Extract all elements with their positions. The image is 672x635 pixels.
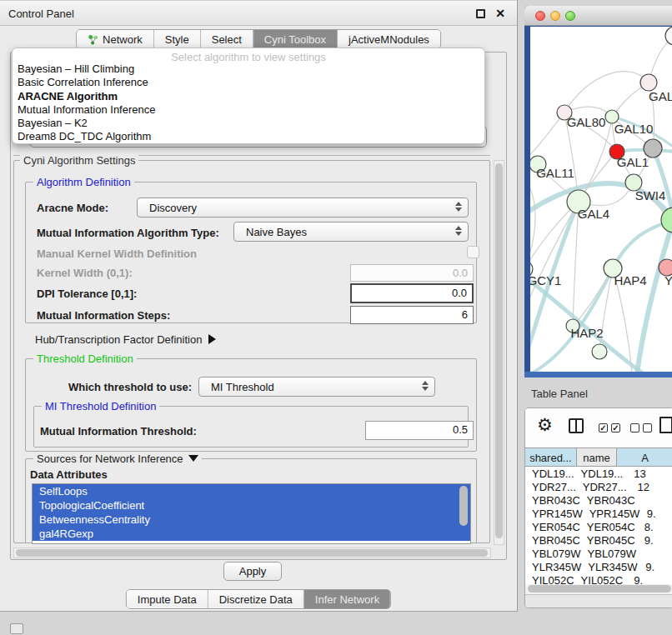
network-icon — [88, 34, 98, 45]
node-label-gcy1: GCY1 — [530, 273, 561, 288]
network-view-window: GALGAL80GAL10GAL1GAL11SWI4GAL4GCY1HAP4YH… — [524, 6, 672, 378]
network-canvas[interactable]: GALGAL80GAL10GAL1GAL11SWI4GAL4GCY1HAP4YH… — [530, 27, 672, 373]
table-cell: YDL19... — [574, 468, 624, 481]
page-icon[interactable] — [659, 417, 672, 433]
table-cell: 9. — [636, 508, 672, 521]
kernel-width-input[interactable]: 0.0 — [350, 264, 474, 282]
node-label-gal: GAL — [649, 89, 672, 103]
node-label-hap2: HAP2 — [570, 326, 603, 340]
float-icon[interactable] — [476, 9, 485, 18]
window-border — [524, 372, 672, 378]
aracne-mode-combo[interactable]: Discovery — [137, 198, 469, 218]
split-columns-icon[interactable] — [569, 418, 584, 433]
settings-vertical-scrollbar[interactable] — [494, 160, 504, 545]
table-panel-window: ⚙ ✓ ✓ shared...nameA YDL19...YDL19...13Y… — [524, 408, 672, 608]
close-icon[interactable]: ✕ — [495, 7, 505, 20]
tab-cyni-toolbox[interactable]: Cyni Toolbox — [253, 30, 338, 48]
table-window-footer — [525, 594, 672, 608]
tab-label: Style — [165, 33, 189, 46]
checked-column-icon[interactable]: ✓ — [599, 423, 608, 432]
network-node-gal-pink-top[interactable] — [640, 74, 657, 91]
node-label-swi4: SWI4 — [635, 188, 666, 202]
algorithm-option[interactable]: Bayesian – Hill Climbing — [13, 62, 484, 76]
attribute-item[interactable]: gal4RGexp — [33, 527, 470, 541]
tab-impute-data[interactable]: Impute Data — [127, 590, 208, 608]
table-row[interactable]: YPR145WYPR145W9. — [525, 508, 672, 521]
table-row[interactable]: YIL052CYIL052C9. — [525, 574, 672, 584]
table-cell: YLR345W — [581, 561, 634, 574]
algorithm-option[interactable]: Dream8 DC_TDC Algorithm — [13, 130, 484, 143]
table-row[interactable]: YDR27...YDR27...12 — [525, 481, 672, 494]
hub-definition-toggle[interactable]: Hub/Transcription Factor Definition — [35, 333, 216, 346]
attribute-item[interactable]: SelfLoops — [33, 484, 470, 498]
tab-network[interactable]: Network — [77, 30, 154, 48]
algorithm-option[interactable]: Mutual Information Inference — [13, 103, 484, 117]
mi-type-label: Mutual Information Algorithm Type: — [37, 227, 219, 239]
network-node-bottom-partial[interactable] — [592, 344, 607, 359]
tab-select[interactable]: Select — [201, 30, 253, 48]
unchecked-column-icon[interactable] — [643, 423, 652, 432]
mi-threshold-input[interactable]: 0.5 — [365, 421, 474, 440]
table-cell — [634, 494, 672, 508]
unchecked-column-icon[interactable] — [630, 423, 639, 432]
table-row[interactable]: YDL19...YDL19...13 — [525, 468, 672, 481]
tab-label: Network — [103, 33, 143, 46]
network-node-top-partial[interactable] — [665, 27, 672, 45]
zoom-traffic-icon[interactable] — [565, 11, 575, 21]
network-window-titlebar — [524, 6, 672, 26]
data-attributes-list[interactable]: SelfLoopsTopologicalCoefficientBetweenne… — [32, 483, 471, 544]
node-label-gal11: GAL11 — [536, 166, 574, 180]
table-cell: YPR145W — [583, 508, 636, 521]
tab-jactivemnodules[interactable]: jActiveMNodules — [338, 30, 440, 48]
apply-button[interactable]: Apply — [223, 562, 282, 581]
column-header-1[interactable]: shared... — [525, 448, 577, 466]
which-threshold-combo[interactable]: MI Threshold — [198, 377, 435, 397]
table-cell: YBR043C — [580, 494, 634, 508]
table-row[interactable]: YLR345WYLR345W9. — [525, 561, 672, 574]
checked-column-icon[interactable]: ✓ — [611, 423, 620, 432]
close-traffic-icon[interactable] — [535, 11, 545, 21]
dpi-tolerance-input[interactable]: 0.0 — [350, 283, 474, 303]
attribute-item[interactable]: BetweennessCentrality — [33, 512, 470, 527]
table-horizontal-scrollbar[interactable] — [525, 584, 672, 594]
minimized-panel-icon[interactable] — [10, 623, 23, 634]
network-edge — [530, 112, 564, 160]
table-row[interactable]: YBR043CYBR043C — [525, 494, 672, 508]
table-row[interactable]: YBL079WYBL079W — [525, 548, 672, 561]
list-scrollbar[interactable] — [459, 486, 468, 526]
settings-horizontal-scrollbar[interactable] — [13, 548, 491, 558]
table-cell: YIL052C — [525, 574, 574, 584]
attribute-item[interactable]: TopologicalCoefficient — [33, 498, 470, 512]
minimize-traffic-icon[interactable] — [550, 11, 560, 21]
table-cell: 9. — [634, 534, 672, 548]
mi-threshold-label: Mutual Information Threshold: — [40, 425, 197, 438]
table-cell — [634, 548, 672, 561]
manual-kernel-checkbox[interactable] — [467, 246, 479, 258]
algorithm-dropdown-popup: Select algorithm to view settings Bayesi… — [12, 48, 485, 144]
table-row[interactable]: YER054CYER054C8. — [525, 521, 672, 534]
table-header-row: shared...nameA — [525, 448, 672, 467]
column-header-2[interactable]: name — [577, 448, 617, 466]
tab-infer-network[interactable]: Infer Network — [304, 590, 390, 608]
sources-toggle[interactable]: Sources for Network Inference — [33, 452, 202, 465]
table-cell: 9. — [634, 561, 672, 574]
tab-label: jActiveMNodules — [349, 33, 429, 46]
algorithm-option[interactable]: Basic Correlation Inference — [13, 76, 484, 89]
node-label-gal1: GAL1 — [617, 155, 649, 169]
algorithm-option[interactable]: ARACNE Algorithm — [13, 90, 484, 103]
algorithm-option[interactable]: Bayesian – K2 — [13, 117, 484, 130]
mi-steps-input[interactable]: 6 — [350, 306, 474, 324]
aracne-mode-label: Aracne Mode: — [37, 202, 108, 214]
expand-down-icon — [188, 455, 198, 462]
table-row[interactable]: YBR045CYBR045C9. — [525, 534, 672, 548]
table-cell: YBR045C — [580, 534, 634, 548]
node-label-gal4: GAL4 — [578, 207, 609, 221]
cyni-settings-title: Cyni Algorithm Settings — [20, 154, 138, 167]
tab-style[interactable]: Style — [154, 30, 201, 48]
mi-type-combo[interactable]: Naive Bayes — [233, 222, 469, 242]
gear-icon[interactable]: ⚙ — [537, 415, 553, 435]
table-cell: YDR27... — [525, 481, 576, 494]
mi-steps-label: Mutual Information Steps: — [37, 309, 170, 322]
tab-discretize-data[interactable]: Discretize Data — [208, 590, 304, 608]
column-header-3[interactable]: A — [617, 448, 672, 466]
